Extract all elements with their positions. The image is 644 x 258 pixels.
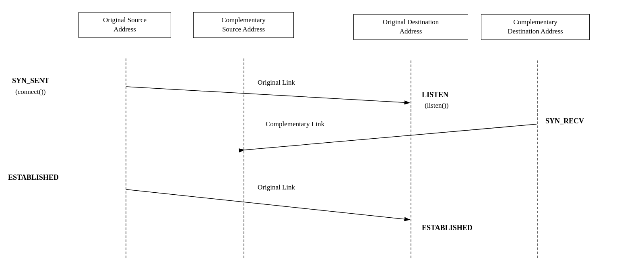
dashed-line-orig-src — [126, 58, 126, 258]
established-left-label: ESTABLISHED — [8, 173, 59, 182]
original-link-2-label: Original Link — [258, 183, 295, 191]
syn-recv-label: SYN_RECV — [545, 117, 584, 125]
complementary-link-label: Complementary Link — [266, 120, 324, 128]
comp-src-box: Complementary Source Address — [193, 12, 294, 38]
comp-dst-box: Complementary Destination Address — [481, 14, 590, 40]
orig-src-label2: Address — [114, 25, 136, 33]
established-right-label: ESTABLISHED — [422, 224, 473, 232]
listen-sublabel: (listen()) — [425, 102, 448, 110]
comp-dst-label: Complementary — [513, 18, 557, 26]
diagram: Original Source Address Complementary So… — [0, 0, 644, 258]
dashed-line-comp-src — [244, 58, 244, 258]
original-link-1-label: Original Link — [258, 79, 295, 87]
syn-sent-sublabel: (connect()) — [15, 88, 46, 96]
orig-src-label: Original Source — [103, 16, 147, 24]
dashed-line-comp-dst — [537, 60, 538, 258]
original-link-1-arrow — [126, 87, 410, 103]
listen-label: LISTEN — [422, 91, 448, 99]
syn-sent-label: SYN_SENT — [12, 77, 49, 85]
orig-dst-box: Original Destination Address — [353, 14, 468, 40]
orig-dst-label2: Address — [400, 27, 422, 35]
original-link-2-arrow — [126, 189, 410, 220]
dashed-line-orig-dst — [411, 60, 411, 258]
orig-dst-label: Original Destination — [383, 18, 439, 26]
comp-src-label2: Source Address — [222, 25, 265, 33]
comp-dst-label2: Destination Address — [508, 27, 563, 35]
orig-src-box: Original Source Address — [78, 12, 171, 38]
comp-src-label: Complementary — [221, 16, 266, 24]
